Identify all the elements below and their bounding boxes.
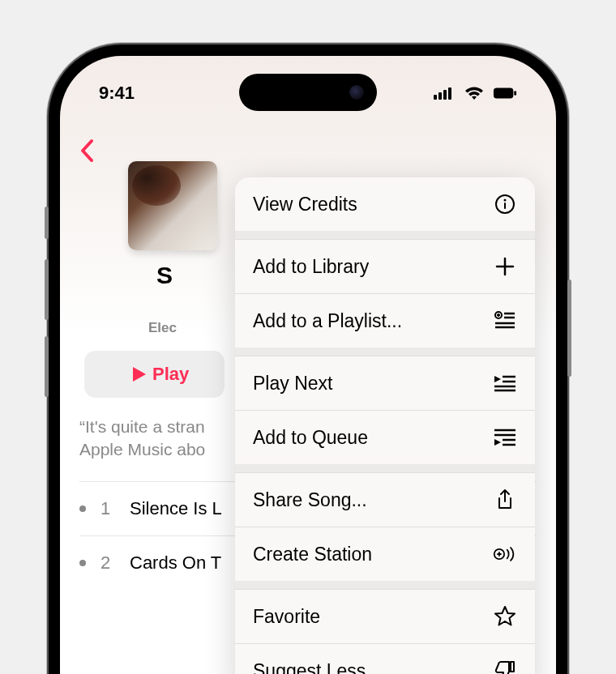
menu-add-queue[interactable]: Add to Queue: [235, 410, 535, 464]
play-button[interactable]: Play: [84, 351, 225, 398]
context-menu: View Credits Add to Library Add to a Pla…: [235, 177, 535, 674]
svg-rect-8: [504, 203, 506, 209]
menu-separator: [235, 581, 535, 589]
track-number: 2: [101, 552, 115, 574]
track-title: Silence Is L: [130, 498, 222, 519]
plus-icon: [493, 254, 517, 279]
menu-label: Add to Queue: [253, 427, 368, 449]
battery-icon: [493, 81, 517, 105]
svg-rect-0: [434, 95, 437, 100]
play-next-icon: [493, 371, 517, 395]
nav-bar: [60, 130, 556, 171]
phone-screen: 9:41 S Elec: [60, 56, 556, 674]
wifi-icon: [462, 81, 486, 105]
add-to-playlist-icon: [493, 309, 517, 333]
share-icon: [493, 488, 517, 512]
info-icon: [493, 192, 517, 216]
dynamic-island: [239, 74, 377, 111]
phone-device-frame: 9:41 S Elec: [49, 45, 567, 674]
menu-favorite[interactable]: Favorite: [235, 589, 535, 643]
menu-label: Play Next: [253, 373, 332, 395]
menu-separator: [235, 231, 535, 239]
broadcast-icon: [493, 542, 517, 566]
menu-label: Add to a Playlist...: [253, 310, 402, 332]
play-label: Play: [152, 364, 189, 385]
back-button[interactable]: [79, 139, 96, 163]
menu-suggest-less[interactable]: Suggest Less: [235, 643, 535, 674]
menu-separator: [235, 348, 535, 356]
side-power-button[interactable]: [567, 279, 571, 377]
svg-rect-2: [443, 90, 447, 100]
menu-label: View Credits: [253, 194, 357, 215]
menu-add-playlist[interactable]: Add to a Playlist...: [235, 293, 535, 348]
svg-rect-4: [494, 87, 513, 98]
menu-add-library[interactable]: Add to Library: [235, 239, 535, 293]
svg-rect-1: [438, 92, 442, 100]
track-status-dot-icon: [79, 560, 86, 566]
menu-label: Favorite: [253, 606, 320, 628]
menu-share-song[interactable]: Share Song...: [235, 472, 535, 527]
menu-label: Suggest Less: [253, 660, 366, 675]
cellular-signal-icon: [431, 81, 456, 105]
track-title: Cards On T: [130, 552, 221, 574]
play-icon: [133, 367, 146, 382]
volume-up-button[interactable]: [45, 259, 49, 320]
volume-down-button[interactable]: [45, 336, 49, 397]
thumbs-down-icon: [493, 659, 517, 674]
svg-rect-5: [514, 91, 516, 96]
menu-label: Create Station: [253, 544, 372, 565]
album-artwork[interactable]: [128, 161, 217, 250]
menu-label: Share Song...: [253, 489, 367, 511]
svg-rect-3: [448, 87, 451, 100]
track-number: 1: [101, 498, 115, 519]
menu-view-credits[interactable]: View Credits: [235, 177, 535, 231]
menu-create-station[interactable]: Create Station: [235, 527, 535, 581]
add-to-queue-icon: [493, 425, 517, 450]
menu-label: Add to Library: [253, 256, 369, 278]
menu-play-next[interactable]: Play Next: [235, 356, 535, 410]
menu-separator: [235, 464, 535, 472]
svg-point-7: [504, 199, 507, 202]
star-icon: [493, 604, 517, 629]
status-time: 9:41: [99, 83, 135, 104]
mute-switch[interactable]: [45, 207, 49, 239]
track-status-dot-icon: [79, 506, 86, 512]
